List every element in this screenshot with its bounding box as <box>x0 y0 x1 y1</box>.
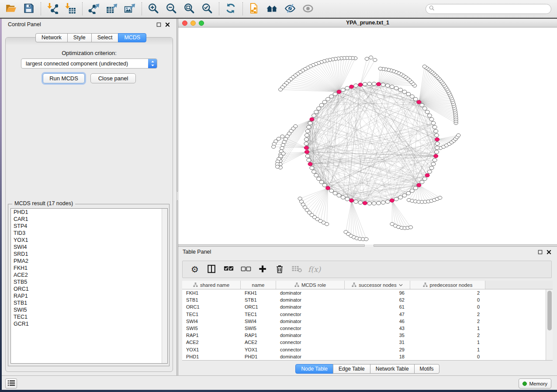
optimization-value: largest connected component (undirected) <box>21 61 148 67</box>
float-icon[interactable] <box>537 249 543 255</box>
first-neighbors-button[interactable] <box>265 2 280 16</box>
close-icon[interactable] <box>165 22 170 28</box>
export-table-button[interactable] <box>104 2 119 16</box>
mcds-result-item[interactable]: SWI4 <box>11 244 167 251</box>
float-icon[interactable] <box>156 22 162 28</box>
window-maximize-icon[interactable] <box>199 21 204 26</box>
zoom-fit-button[interactable] <box>182 2 197 16</box>
status-bar: Memory <box>2 375 557 390</box>
zoom-selected-button[interactable] <box>200 2 214 16</box>
table-row[interactable]: FKH1FKH1dominator962 <box>182 289 553 296</box>
table-scrollbar-thumb[interactable] <box>547 291 552 330</box>
columns-button[interactable] <box>206 263 218 276</box>
mcds-result-item[interactable]: SWI5 <box>11 306 167 313</box>
tab-node-table[interactable]: Node Table <box>295 364 333 374</box>
refresh-button[interactable] <box>223 2 238 16</box>
memory-button[interactable]: Memory <box>519 378 551 389</box>
delete-row-icon <box>275 264 285 275</box>
search-icon <box>429 5 435 13</box>
zoom-in-button[interactable] <box>146 2 161 16</box>
mcds-result-item[interactable]: PMA2 <box>11 258 167 265</box>
window-close-icon[interactable] <box>182 21 187 26</box>
mcds-result-item[interactable]: STP4 <box>11 223 167 230</box>
mcds-result-item[interactable]: STB1 <box>11 299 167 306</box>
open-file-button[interactable] <box>3 2 18 16</box>
window-minimize-icon[interactable] <box>190 21 196 26</box>
search-box[interactable] <box>426 4 551 14</box>
hide-selected-button[interactable] <box>283 2 298 16</box>
column-header-mcds-role[interactable]: MCDS role <box>276 281 345 289</box>
delete-row-button[interactable] <box>274 263 286 276</box>
mcds-result-item[interactable]: GCR1 <box>11 320 167 327</box>
table-row[interactable]: RAP1RAP1dominator352 <box>182 332 553 339</box>
mcds-result-item[interactable]: SRD1 <box>11 251 167 258</box>
tab-network-table[interactable]: Network Table <box>370 364 415 374</box>
column-header-successor-nodes[interactable]: successor nodes <box>345 281 410 289</box>
mcds-result-item[interactable]: RAP1 <box>11 292 167 299</box>
cell-shared-name: ACE2 <box>182 339 241 346</box>
table-row[interactable]: YOX1YOX1connector291 <box>182 346 553 353</box>
add-row-button[interactable] <box>257 263 269 276</box>
import-table-button[interactable] <box>63 2 78 16</box>
clone-network-button[interactable] <box>247 2 262 16</box>
tab-motifs[interactable]: Motifs <box>414 364 439 374</box>
table-row[interactable]: ORC1ORC1dominator610 <box>182 303 553 310</box>
column-header-name[interactable]: name <box>241 281 276 289</box>
table-panel: Table Panel ⚙f(x) shared namenameMCDS ro… <box>178 247 557 375</box>
run-mcds-button[interactable]: Run MCDS <box>43 73 85 83</box>
optimization-select[interactable]: largest connected component (undirected) <box>21 58 157 69</box>
network-graph[interactable] <box>178 28 557 244</box>
mcds-result-item[interactable]: TEC1 <box>11 313 167 320</box>
mcds-list-scrollbar[interactable] <box>162 209 167 363</box>
tab-edge-table[interactable]: Edge Table <box>333 364 370 374</box>
mcds-result-item[interactable]: FKH1 <box>11 265 167 272</box>
node-table[interactable]: shared namenameMCDS rolesuccessor nodesp… <box>182 281 553 361</box>
task-history-button[interactable] <box>5 378 17 389</box>
unselect-all-button[interactable] <box>240 263 252 276</box>
mcds-result-item[interactable]: STB5 <box>11 279 167 285</box>
show-all-button[interactable] <box>301 2 315 16</box>
search-input[interactable] <box>435 5 551 13</box>
select-all-button[interactable] <box>223 263 235 276</box>
tab-mcds[interactable]: MCDS <box>118 33 146 42</box>
cell-mcds-role: dominator <box>276 332 345 339</box>
cell-successor-nodes: 18 <box>345 353 410 360</box>
zoom-out-button[interactable] <box>164 2 179 16</box>
close-icon[interactable] <box>546 249 552 255</box>
cell-predecessor-nodes: 2 <box>410 289 485 296</box>
tab-select[interactable]: Select <box>91 33 119 42</box>
toolbar-separator <box>242 2 243 15</box>
network-window-titlebar[interactable]: YPA_prune.txt_1 <box>178 19 557 28</box>
delete-column-button[interactable] <box>291 263 303 276</box>
table-row[interactable]: SWI4SWI4dominator462 <box>182 318 553 325</box>
cell-successor-nodes: 62 <box>345 296 410 303</box>
cell-name: FKH1 <box>241 289 276 296</box>
table-row[interactable]: STB1STB1dominator620 <box>182 296 553 303</box>
cell-name: PHD1 <box>241 353 276 360</box>
mcds-result-list[interactable]: PHD1CAR1STP4TID3YOX1SWI4SRD1PMA2FKH1ACE2… <box>10 208 168 364</box>
import-network-button[interactable] <box>45 2 60 16</box>
tab-style[interactable]: Style <box>67 33 92 42</box>
mcds-result-item[interactable]: YOX1 <box>11 237 167 244</box>
network-view-canvas[interactable] <box>178 28 557 244</box>
mcds-result-item[interactable]: TID3 <box>11 230 167 237</box>
column-header-predecessor-nodes[interactable]: predecessor nodes <box>410 281 485 289</box>
close-panel-button[interactable]: Close panel <box>90 73 136 83</box>
mcds-result-item[interactable]: ORC1 <box>11 285 167 292</box>
column-header-shared-name[interactable]: shared name <box>182 281 241 289</box>
table-row[interactable]: SWI5SWI5connector431 <box>182 325 553 332</box>
settings-button[interactable]: ⚙ <box>189 263 201 276</box>
table-row[interactable]: ACE2ACE2connector311 <box>182 339 553 346</box>
save-session-button[interactable] <box>21 2 36 16</box>
export-network-button[interactable] <box>86 2 101 16</box>
mcds-result-item[interactable]: ACE2 <box>11 272 167 279</box>
table-scrollbar[interactable] <box>546 289 553 360</box>
table-row[interactable]: PHD1PHD1dominator180 <box>182 353 553 360</box>
mcds-result-item[interactable]: CAR1 <box>11 216 167 223</box>
function-builder-button[interactable]: f(x) <box>308 263 321 276</box>
cell-successor-nodes: 47 <box>345 311 410 318</box>
mcds-result-item[interactable]: PHD1 <box>11 209 167 216</box>
table-row[interactable]: TEC1TEC1connector472 <box>182 311 553 318</box>
export-image-button[interactable] <box>122 2 137 16</box>
tab-network[interactable]: Network <box>35 33 68 42</box>
